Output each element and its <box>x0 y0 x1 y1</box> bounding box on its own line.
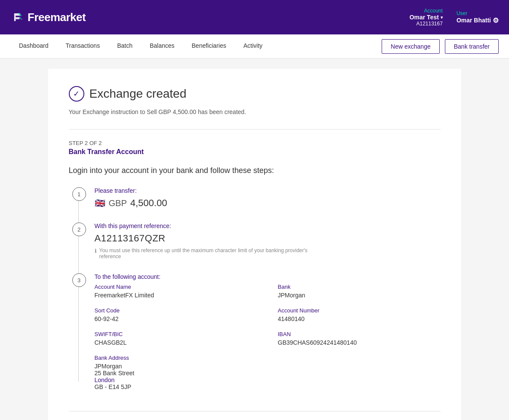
step-3-row: 3 To the following account: Account Name… <box>95 273 441 390</box>
nav-item-batch[interactable]: Batch <box>108 34 141 58</box>
step-2-number: 2 <box>72 222 86 236</box>
account-details-grid: Account Name FreemarketFX Limited Bank J… <box>95 284 441 390</box>
instruction-title: Login into your account in your bank and… <box>69 166 441 175</box>
nav-items: Dashboard Transactions Batch Balances Be… <box>10 34 382 58</box>
nav-item-dashboard[interactable]: Dashboard <box>10 34 57 58</box>
account-label: Account <box>410 8 443 14</box>
iban-label: IBAN <box>278 331 441 337</box>
sort-code-value: 60-92-42 <box>95 315 257 322</box>
bank-address-line2: 25 Bank Street <box>95 370 257 377</box>
step-2-row: 2 With this payment reference: A12113167… <box>95 222 441 259</box>
reference-note: ℹ You must use this reference up until t… <box>95 247 310 259</box>
nav-item-balances[interactable]: Balances <box>141 34 183 58</box>
chevron-down-icon: ▾ <box>441 15 443 20</box>
gear-icon[interactable]: ⚙ <box>493 16 499 25</box>
account-name[interactable]: Omar Test ▾ <box>410 14 443 21</box>
bank-address-label: Bank Address <box>95 355 257 361</box>
step-1-number: 1 <box>72 187 86 201</box>
nav-bar: Dashboard Transactions Batch Balances Be… <box>0 34 509 59</box>
steps-container: 1 Please transfer: 🇬🇧 GBP 4,500.00 2 Wit… <box>69 187 441 390</box>
success-subtitle: Your Exchange instruction to Sell GBP 4,… <box>69 108 441 115</box>
account-name-label: Account Name <box>95 284 257 290</box>
step-1-row: 1 Please transfer: 🇬🇧 GBP 4,500.00 <box>95 187 441 209</box>
sort-code-label: Sort Code <box>95 307 257 314</box>
step-3-number: 3 <box>72 273 86 287</box>
header: Freemarket Account Omar Test ▾ A12113167… <box>0 0 509 34</box>
account-name-field: Account Name FreemarketFX Limited <box>95 284 257 299</box>
swift-field: SWIFT/BIC CHASGB2L <box>95 331 257 346</box>
bank-address-field: Bank Address JPMorgan 25 Bank Street Lon… <box>95 355 257 390</box>
step-1-heading: Please transfer: <box>95 187 441 194</box>
account-info: Account Omar Test ▾ A12113167 <box>410 8 443 27</box>
section-divider <box>69 129 441 130</box>
sort-code-field: Sort Code 60-92-42 <box>95 307 257 322</box>
swift-label: SWIFT/BIC <box>95 331 257 337</box>
user-name: Omar Bhatti ⚙ <box>457 16 499 25</box>
bank-address-country: GB - E14 5JP <box>95 383 257 390</box>
account-name-value: FreemarketFX Limited <box>95 292 257 299</box>
amount-value: 4,500.00 <box>130 198 167 209</box>
reference-code: A12113167QZR <box>95 233 441 244</box>
nav-item-beneficiaries[interactable]: Beneficiaries <box>183 34 235 58</box>
logo-text: Freemarket <box>28 11 86 24</box>
currency-code: GBP <box>109 198 127 208</box>
success-title-row: ✓ Exchange created <box>69 86 441 102</box>
page-title: Exchange created <box>89 87 187 101</box>
gbp-flag-icon: 🇬🇧 <box>95 198 105 208</box>
new-exchange-button[interactable]: New exchange <box>382 39 440 54</box>
main-content: ✓ Exchange created Your Exchange instruc… <box>48 69 461 420</box>
nav-buttons: New exchange Bank transfer <box>382 39 499 54</box>
reference-note-text: You must use this reference up until the… <box>99 247 310 259</box>
iban-field: IBAN GB39CHAS60924241480140 <box>278 331 441 346</box>
header-right: Account Omar Test ▾ A12113167 User Omar … <box>410 8 499 27</box>
swift-value: CHASGB2L <box>95 339 257 346</box>
step-3-heading: To the following account: <box>95 273 441 280</box>
account-id: A12113167 <box>410 21 443 27</box>
account-number-label: Account Number <box>278 307 441 314</box>
amount-row: 🇬🇧 GBP 4,500.00 <box>95 198 441 209</box>
iban-value: GB39CHAS60924241480140 <box>278 339 441 346</box>
bank-address-line1: JPMorgan <box>95 363 257 370</box>
bank-field: Bank JPMorgan <box>278 284 441 299</box>
step-link: Bank Transfer Account <box>69 148 441 156</box>
account-number-field: Account Number 41480140 <box>278 307 441 322</box>
logo: Freemarket <box>10 10 86 24</box>
bank-label: Bank <box>278 284 441 290</box>
check-circle-icon: ✓ <box>69 86 84 102</box>
footer-area: * Exchange rates are real time and mid-m… <box>69 411 441 420</box>
step-label: STEP 2 OF 2 <box>69 140 441 146</box>
user-info: User Omar Bhatti ⚙ <box>457 10 499 25</box>
bank-value: JPMorgan <box>278 292 441 299</box>
nav-item-transactions[interactable]: Transactions <box>57 34 109 58</box>
bank-address-city: London <box>95 377 257 383</box>
bank-transfer-button[interactable]: Bank transfer <box>445 39 499 54</box>
step-2-heading: With this payment reference: <box>95 222 441 229</box>
nav-item-activity[interactable]: Activity <box>235 34 271 58</box>
info-icon: ℹ <box>95 248 97 254</box>
user-label: User <box>457 10 499 16</box>
account-number-value: 41480140 <box>278 315 441 322</box>
